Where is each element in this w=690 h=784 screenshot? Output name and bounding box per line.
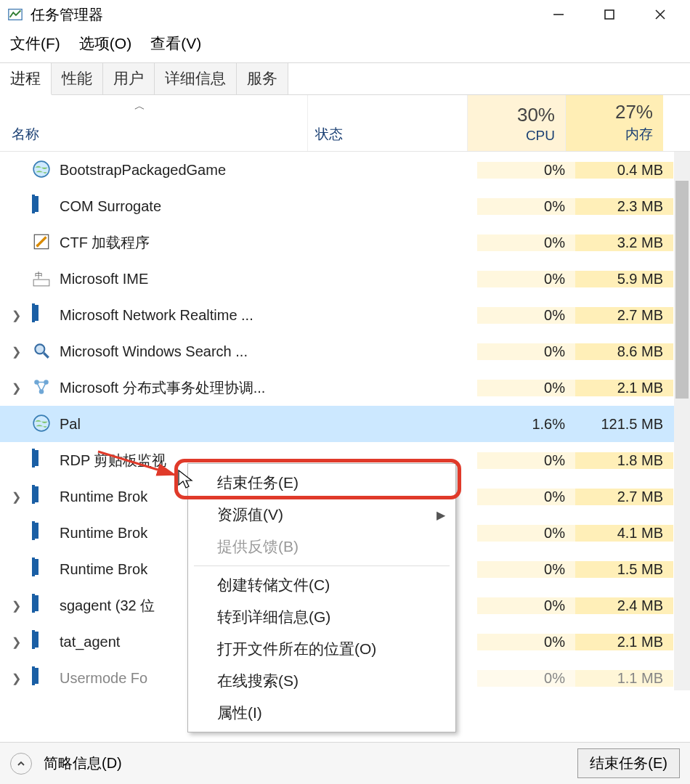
process-icon	[32, 595, 52, 616]
menu-file[interactable]: 文件(F)	[10, 33, 60, 54]
cpu-total-percent: 30%	[517, 104, 555, 126]
menu-open-location[interactable]: 打开文件所在的位置(O)	[188, 633, 455, 665]
menu-create-dump[interactable]: 创建转储文件(C)	[188, 569, 455, 601]
process-memory: 2.7 MB	[575, 307, 673, 324]
tabs: 进程 性能 用户 详细信息 服务	[0, 62, 690, 95]
process-memory: 1.1 MB	[575, 670, 673, 687]
menu-search-online[interactable]: 在线搜索(S)	[188, 665, 455, 697]
process-row[interactable]: BootstrapPackagedGame0%0.4 MB	[0, 152, 690, 188]
process-row[interactable]: ❯Microsoft Network Realtime ...0%2.7 MB	[0, 297, 690, 333]
menu-resource-values[interactable]: 资源值(V) ▶	[188, 499, 455, 531]
expand-toggle[interactable]: ❯	[0, 490, 32, 504]
process-row[interactable]: CTF 加载程序0%3.2 MB	[0, 224, 690, 261]
process-cpu: 0%	[477, 380, 575, 396]
process-name: Microsoft Windows Search ...	[60, 343, 317, 360]
svg-point-5	[33, 161, 49, 177]
process-cpu: 0%	[477, 634, 575, 650]
process-cpu: 0%	[477, 198, 575, 215]
process-row[interactable]: 中Microsoft IME0%5.9 MB	[0, 261, 690, 297]
process-memory: 5.9 MB	[575, 271, 673, 287]
menu-resource-values-label: 资源值(V)	[217, 506, 283, 523]
column-headers: ︿ 名称 状态 30% CPU 27% 内存	[0, 95, 690, 152]
process-icon	[32, 196, 52, 216]
end-task-button[interactable]: 结束任务(E)	[577, 748, 680, 778]
process-cpu: 0%	[477, 597, 575, 614]
tab-services[interactable]: 服务	[237, 63, 288, 94]
process-icon	[32, 414, 52, 434]
svg-point-9	[35, 344, 44, 354]
submenu-arrow-icon: ▶	[437, 508, 445, 522]
expand-toggle[interactable]: ❯	[0, 599, 32, 613]
process-cpu: 0%	[477, 525, 575, 542]
tab-users[interactable]: 用户	[103, 63, 155, 94]
process-name: BootstrapPackagedGame	[60, 162, 317, 179]
process-icon	[32, 450, 52, 470]
process-memory: 121.5 MB	[575, 416, 673, 433]
column-name[interactable]: ︿ 名称	[0, 95, 307, 151]
maximize-button[interactable]	[584, 0, 635, 29]
minimize-button[interactable]	[533, 0, 584, 29]
column-memory[interactable]: 27% 内存	[565, 95, 663, 151]
menu-view[interactable]: 查看(V)	[150, 33, 201, 54]
expand-toggle[interactable]: ❯	[0, 381, 32, 395]
svg-point-14	[33, 415, 49, 431]
column-cpu[interactable]: 30% CPU	[467, 95, 565, 151]
tab-processes[interactable]: 进程	[0, 63, 52, 95]
column-name-label: 名称	[12, 125, 307, 144]
process-row[interactable]: Pal1.6%121.5 MB	[0, 406, 690, 442]
process-icon	[32, 305, 52, 325]
process-cpu: 0%	[477, 670, 575, 687]
process-icon	[32, 377, 52, 398]
brief-info-label[interactable]: 简略信息(D)	[44, 754, 122, 773]
context-menu: 结束任务(E) 资源值(V) ▶ 提供反馈(B) 创建转储文件(C) 转到详细信…	[187, 463, 456, 732]
menu-options[interactable]: 选项(O)	[79, 33, 131, 54]
process-icon	[32, 232, 52, 253]
process-icon	[32, 632, 52, 652]
process-name: COM Surrogate	[60, 198, 317, 215]
expand-toggle[interactable]: ❯	[0, 671, 32, 685]
window-title: 任务管理器	[31, 5, 103, 25]
expand-toggle[interactable]: ❯	[0, 345, 32, 359]
process-row[interactable]: ❯Microsoft 分布式事务处理协调...0%2.1 MB	[0, 369, 690, 406]
process-icon	[32, 341, 52, 362]
tab-performance[interactable]: 性能	[52, 63, 103, 94]
vertical-scrollbar[interactable]	[674, 152, 690, 690]
process-icon	[32, 486, 52, 507]
sort-indicator-icon: ︿	[134, 99, 145, 113]
menu-properties[interactable]: 属性(I)	[188, 697, 455, 729]
svg-line-10	[44, 353, 49, 358]
process-memory: 2.1 MB	[575, 380, 673, 396]
process-memory: 3.2 MB	[575, 234, 673, 251]
process-name: Microsoft 分布式事务处理协调...	[60, 378, 317, 398]
process-row[interactable]: COM Surrogate0%2.3 MB	[0, 188, 690, 224]
tab-details[interactable]: 详细信息	[155, 63, 237, 94]
expand-toggle[interactable]: ❯	[0, 635, 32, 649]
process-memory: 8.6 MB	[575, 343, 673, 360]
process-cpu: 0%	[477, 234, 575, 251]
details-toggle-button[interactable]	[10, 753, 32, 775]
process-memory: 1.8 MB	[575, 452, 673, 469]
process-row[interactable]: ❯Microsoft Windows Search ...0%8.6 MB	[0, 333, 690, 369]
column-cpu-label: CPU	[526, 128, 555, 144]
process-memory: 2.7 MB	[575, 489, 673, 505]
process-memory: 2.4 MB	[575, 597, 673, 614]
expand-toggle[interactable]: ❯	[0, 309, 32, 322]
process-cpu: 0%	[477, 307, 575, 324]
process-icon	[32, 668, 52, 688]
titlebar: 任务管理器	[0, 0, 690, 29]
menu-go-to-details[interactable]: 转到详细信息(G)	[188, 601, 455, 633]
close-button[interactable]	[635, 0, 686, 29]
menu-feedback: 提供反馈(B)	[188, 531, 455, 563]
menubar: 文件(F) 选项(O) 查看(V)	[0, 29, 690, 62]
column-status[interactable]: 状态	[307, 95, 467, 151]
scrollbar-thumb[interactable]	[675, 181, 689, 399]
footer: 简略信息(D) 结束任务(E)	[0, 742, 690, 784]
process-name: Pal	[60, 416, 317, 433]
app-icon	[7, 7, 23, 23]
column-memory-label: 内存	[625, 125, 653, 144]
process-cpu: 0%	[477, 489, 575, 505]
menu-end-task[interactable]: 结束任务(E)	[188, 467, 455, 499]
process-cpu: 0%	[477, 162, 575, 179]
process-name: CTF 加载程序	[60, 233, 317, 253]
process-icon	[32, 160, 52, 180]
